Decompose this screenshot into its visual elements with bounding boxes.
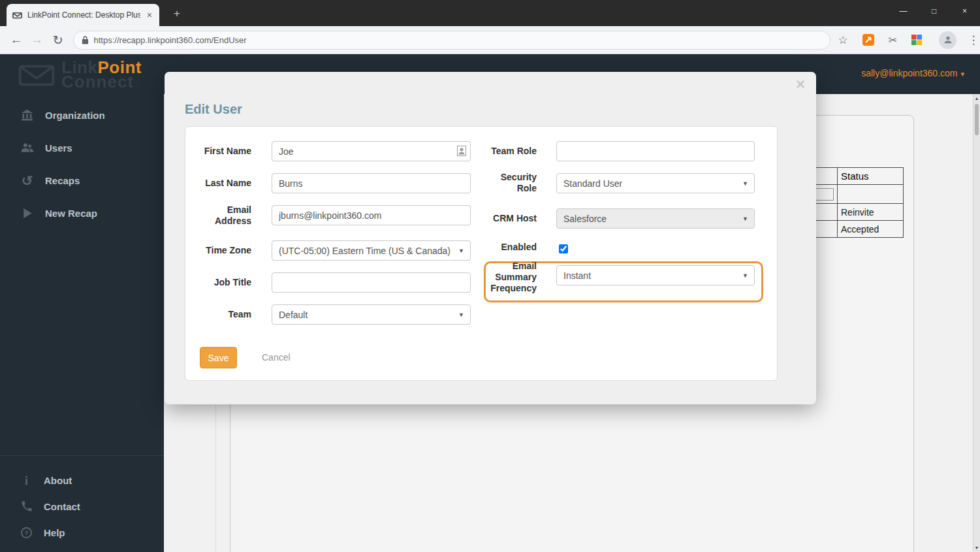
browser-tab[interactable]: LinkPoint Connect: Desktop Plus × [7, 4, 159, 26]
crm-host-select: Salesforce ▼ [556, 208, 755, 229]
first-name-input[interactable] [272, 141, 471, 161]
email-summary-frequency-value: Instant [563, 270, 591, 281]
security-role-label: Security Role [491, 172, 537, 194]
last-name-label: Last Name [193, 178, 251, 189]
bookmark-star-icon[interactable]: ☆ [838, 33, 848, 47]
time-zone-label: Time Zone [193, 245, 251, 256]
tab-close-icon[interactable]: × [146, 10, 153, 20]
window-minimize-button[interactable]: — [888, 0, 919, 22]
select-caret-icon: ▼ [458, 312, 464, 318]
extension-scissors-icon[interactable]: ✂ [889, 34, 897, 46]
select-caret-icon: ▼ [742, 272, 748, 279]
team-role-input[interactable] [556, 141, 755, 161]
email-summary-frequency-select[interactable]: Instant ▼ [556, 265, 755, 285]
tab-title: LinkPoint Connect: Desktop Plus [27, 10, 140, 20]
linkpoint-favicon-icon [12, 12, 22, 19]
first-name-label: First Name [193, 146, 251, 157]
browser-toolbar: ← → ↻ https://recapp.linkpoint360.com/En… [0, 26, 980, 54]
last-name-input[interactable] [272, 173, 471, 193]
team-role-label: Team Role [478, 146, 537, 157]
email-address-input[interactable] [272, 205, 471, 225]
modal-title: Edit User [185, 102, 242, 117]
window-controls: — □ × [888, 0, 980, 22]
email-summary-frequency-label: Email Summary Frequency [481, 261, 537, 294]
select-caret-icon: ▼ [742, 216, 748, 222]
time-zone-select[interactable]: (UTC-05:00) Eastern Time (US & Canada) ▼ [272, 240, 471, 261]
security-role-select[interactable]: Standard User ▼ [556, 173, 755, 193]
save-button[interactable]: Save [200, 347, 237, 368]
enabled-checkbox[interactable] [559, 244, 568, 253]
forward-button[interactable]: → [27, 33, 47, 47]
team-select[interactable]: Default ▼ [272, 304, 471, 325]
job-title-label: Job Title [193, 277, 251, 288]
modal-close-icon[interactable]: × [796, 75, 805, 93]
refresh-button[interactable]: ↻ [48, 33, 68, 48]
first-name-field-wrap [272, 141, 471, 161]
extension-orange-icon[interactable] [862, 34, 874, 46]
email-address-label: Email Address [211, 204, 251, 227]
window-maximize-button[interactable]: □ [919, 0, 949, 22]
edit-user-modal: × Edit User First Name Last Name Email A… [165, 72, 816, 404]
enabled-label: Enabled [491, 242, 537, 253]
browser-titlebar: LinkPoint Connect: Desktop Plus × + — □ … [0, 0, 980, 26]
window-close-button[interactable]: × [949, 0, 980, 22]
address-bar[interactable]: https://recapp.linkpoint360.com/EndUser [73, 31, 830, 50]
app-page: LinkPoint Connect sally@linkpoint360.com… [0, 54, 980, 552]
padlock-icon [82, 35, 89, 44]
crm-host-label: CRM Host [478, 213, 537, 224]
select-caret-icon: ▼ [458, 248, 464, 254]
select-caret-icon: ▼ [742, 180, 748, 187]
cancel-link[interactable]: Cancel [262, 352, 291, 363]
time-zone-value: (UTC-05:00) Eastern Time (US & Canada) [279, 246, 450, 256]
person-icon [943, 35, 953, 45]
new-tab-button[interactable]: + [168, 7, 185, 21]
edit-user-form: First Name Last Name Email Address Time … [185, 126, 778, 381]
team-label: Team [212, 309, 251, 320]
url-text: https://recapp.linkpoint360.com/EndUser [94, 35, 247, 45]
browser-window: LinkPoint Connect: Desktop Plus × + — □ … [0, 0, 980, 552]
crm-host-value: Salesforce [563, 214, 607, 224]
security-role-value: Standard User [563, 178, 622, 189]
job-title-input[interactable] [272, 272, 471, 293]
autofill-person-icon [457, 146, 466, 156]
browser-menu-icon[interactable]: ⋮ [967, 33, 980, 47]
profile-avatar[interactable] [939, 31, 956, 49]
back-button[interactable]: ← [7, 33, 26, 47]
team-value: Default [279, 310, 308, 320]
extension-pinwheel-icon[interactable] [911, 35, 922, 45]
